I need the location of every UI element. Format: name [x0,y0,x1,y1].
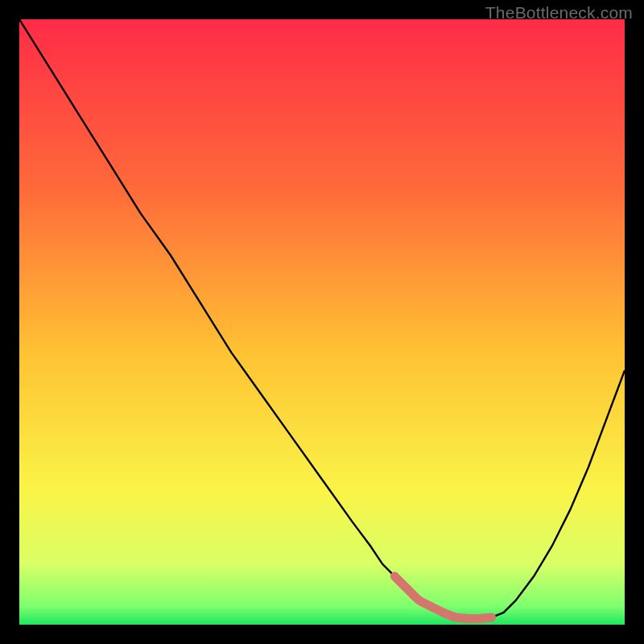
plot-area [19,19,625,625]
chart-frame: { "watermark": "TheBottleneck.com", "cha… [0,0,644,644]
svg-point-1 [390,572,398,580]
bottleneck-curve [19,19,625,625]
svg-point-2 [488,613,496,621]
